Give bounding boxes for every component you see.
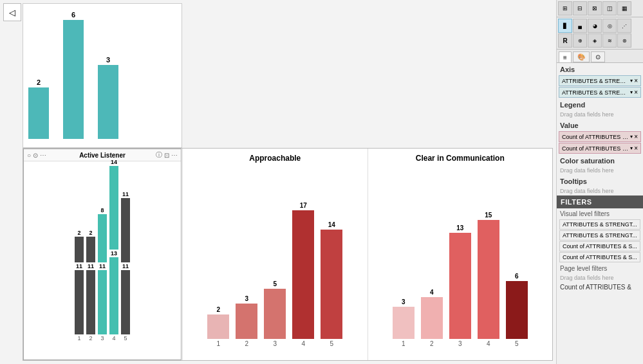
bar-value: 2	[37, 78, 41, 86]
filter-btn-2[interactable]: ATTRIBUTES & STRENGT...	[559, 230, 640, 241]
value-field-1-dropdown[interactable]: ▾	[630, 134, 633, 140]
color-saturation-label: Color saturation	[557, 154, 643, 166]
bar-val: 4	[430, 289, 434, 296]
bar-val: 2	[216, 306, 220, 313]
viz-icon-9[interactable]: ⊛	[617, 33, 631, 48]
fields-content: Axis ATTRIBUTES & STRENG... ▾ × ATTRIBUT…	[557, 63, 643, 364]
color-drag-placeholder: Drag data fields here	[557, 166, 643, 175]
right-panel: ⊞ ⊟ ⊠ ◫ ▦ ▊ ▄ ◕ ◎ ⋰ R ⊕ ◈ ≋ ⊛ ≡ 🎨 ⊙ Axis…	[556, 0, 643, 364]
x-label: 5	[515, 340, 519, 347]
bar-col-small-2: 6	[63, 11, 84, 139]
axis-field-1-text: ATTRIBUTES & STRENG...	[562, 78, 629, 84]
viz-icon-8[interactable]: ≋	[602, 33, 617, 48]
mini-chart-icon-expand: ⊙	[33, 152, 38, 159]
tooltips-label: Tooltips	[557, 175, 643, 187]
axis-field-2[interactable]: ATTRIBUTES & STRENG... ▾ ×	[559, 87, 641, 98]
tooltips-drag-placeholder: Drag data fields here	[557, 187, 643, 196]
axis-field-1[interactable]: ATTRIBUTES & STRENG... ▾ ×	[559, 75, 641, 86]
viz-icon-3[interactable]: ◕	[588, 19, 602, 33]
axis-label: Axis	[557, 63, 643, 75]
legend-drag-placeholder: Drag data fields here	[557, 110, 643, 119]
toolbar-icon-2[interactable]: ⊟	[573, 1, 587, 15]
bar-val: 13	[456, 224, 463, 232]
page-drag-placeholder: Drag data fields here	[557, 273, 643, 282]
mini-chart-icon-dots: ⋯	[40, 152, 46, 159]
tab-fields[interactable]: ≡	[559, 51, 572, 62]
bar-val: 3	[402, 298, 405, 305]
page-level-label: Page level filters	[557, 263, 643, 273]
x-label: 1	[402, 340, 405, 347]
viz-icon-2[interactable]: ▄	[573, 19, 587, 33]
filter-btn-3[interactable]: Count of ATTRIBUTES & S...	[559, 241, 640, 251]
panel3-title: Clear in Communication	[416, 154, 505, 163]
toolbar-icon-1[interactable]: ⊞	[558, 1, 572, 15]
tab-row: ≡ 🎨 ⊙	[557, 50, 643, 63]
mini-chart-icon-focus: ○	[27, 152, 31, 159]
bar-val: 15	[485, 212, 492, 219]
toolbar-row-2: ▊ ▄ ◕ ◎ ⋰ R ⊕ ◈ ≋ ⊛	[557, 17, 643, 50]
bar-value: 6	[71, 11, 75, 19]
axis-field-2-text: ATTRIBUTES & STRENG...	[562, 89, 629, 96]
tab-analytics[interactable]: ⊙	[591, 51, 605, 62]
value-field-1[interactable]: Count of ATTRIBUTES &... ▾ ×	[559, 131, 641, 142]
panel-clear-communication: Clear in Communication 3 1 4	[368, 149, 553, 360]
mini-icon-frame: ⊡	[164, 152, 169, 159]
axis-section: Axis ATTRIBUTES & STRENG... ▾ × ATTRIBUT…	[557, 63, 643, 98]
legend-section: Legend Drag data fields here	[557, 98, 643, 119]
tab-format[interactable]: 🎨	[573, 51, 590, 62]
value-field-1-close[interactable]: ×	[634, 133, 638, 140]
toolbar-icon-3[interactable]: ⊠	[588, 1, 602, 15]
viz-icon-5[interactable]: ⋰	[617, 19, 631, 33]
count-attributes-label: Count of ATTRIBUTES &	[557, 282, 643, 292]
small-preview-chart: 2 6 3	[23, 3, 182, 148]
viz-icon-6[interactable]: ⊕	[573, 33, 587, 48]
axis-field-1-close[interactable]: ×	[634, 77, 638, 84]
toolbar-icon-4[interactable]: ◫	[602, 1, 617, 15]
main-triple-panel: ○ ⊙ ⋯ Active Listener ⓘ ⊡ ⋯ 2	[23, 148, 553, 361]
mini-icon-info: ⓘ	[156, 150, 162, 159]
bar-val: 17	[300, 202, 307, 209]
viz-icon-4[interactable]: ◎	[602, 19, 617, 33]
visual-level-section: Visual level filters ATTRIBUTES & STRENG…	[557, 208, 643, 262]
x-label: 4	[301, 340, 305, 347]
x-label: 1	[216, 340, 220, 347]
panel-active-listener: ○ ⊙ ⋯ Active Listener ⓘ ⊡ ⋯ 2	[23, 149, 183, 360]
bar-val: 5	[273, 280, 277, 287]
back-button[interactable]: ◁	[3, 3, 21, 21]
viz-icon-7[interactable]: ◈	[588, 33, 602, 48]
value-field-1-text: Count of ATTRIBUTES &...	[562, 134, 629, 140]
x-label: 4	[487, 340, 490, 347]
x-label: 3	[458, 340, 462, 347]
x-label: 2	[430, 340, 434, 347]
bar-col-small-1: 2	[28, 78, 49, 139]
toolbar-row-1: ⊞ ⊟ ⊠ ◫ ▦	[557, 0, 643, 17]
main-chart-area: 2 6 3	[0, 0, 556, 364]
filter-btn-4[interactable]: Count of ATTRIBUTES & S...	[559, 252, 640, 262]
panel-approachable: Approachable 2 1 3 2	[183, 149, 368, 360]
mini-overlay-chart: ○ ⊙ ⋯ Active Listener ⓘ ⊡ ⋯ 2	[23, 149, 182, 360]
panel2-title: Approachable	[249, 154, 301, 163]
viz-icon-R[interactable]: R	[558, 33, 572, 48]
value-field-2-dropdown[interactable]: ▾	[630, 145, 633, 151]
viz-icon-1[interactable]: ▊	[558, 19, 572, 33]
bar-val: 14	[328, 221, 335, 228]
mini-chart-title: Active Listener	[79, 152, 126, 159]
filters-header: FILTERS	[557, 196, 643, 208]
visual-level-label: Visual level filters	[557, 208, 643, 219]
x-label: 3	[273, 340, 277, 347]
color-saturation-section: Color saturation Drag data fields here	[557, 154, 643, 175]
axis-field-2-dropdown[interactable]: ▾	[630, 89, 633, 95]
bar-val: 3	[245, 295, 248, 302]
axis-field-2-close[interactable]: ×	[634, 89, 638, 96]
bar-value: 3	[106, 56, 110, 64]
value-field-2[interactable]: Count of ATTRIBUTES &... ▾ ×	[559, 143, 641, 154]
x-label: 2	[245, 340, 248, 347]
value-field-2-text: Count of ATTRIBUTES &...	[562, 145, 629, 152]
axis-field-1-dropdown[interactable]: ▾	[630, 78, 633, 84]
toolbar-icon-5[interactable]: ▦	[617, 1, 631, 15]
legend-label: Legend	[557, 98, 643, 110]
filter-btn-1[interactable]: ATTRIBUTES & STRENGT...	[559, 219, 640, 230]
page-level-section: Page level filters Drag data fields here	[557, 263, 643, 282]
value-field-2-close[interactable]: ×	[634, 145, 638, 152]
mini-icon-more: ⋯	[171, 152, 178, 159]
